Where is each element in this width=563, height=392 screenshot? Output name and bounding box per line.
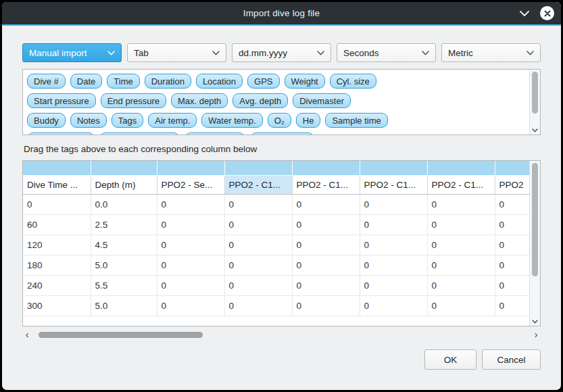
tag-sample-pressure[interactable]: Sample pressure: [99, 132, 179, 135]
tag-time[interactable]: Time: [107, 74, 139, 89]
ok-button[interactable]: OK: [424, 349, 476, 370]
tag-start-pressure[interactable]: Start pressure: [27, 93, 96, 108]
close-button[interactable]: [540, 6, 554, 20]
column-drop-target[interactable]: [157, 161, 224, 175]
field-separator-value: Tab: [134, 48, 149, 58]
table-hscrollbar[interactable]: ‹ ›: [22, 330, 541, 340]
tag-end-pressure[interactable]: End pressure: [101, 93, 166, 108]
table-cell: 300: [23, 295, 91, 316]
import-mode-select[interactable]: Manual import: [22, 43, 122, 62]
tag-sample-time[interactable]: Sample time: [325, 113, 387, 128]
cancel-button[interactable]: Cancel: [482, 349, 541, 370]
table-cell: 0: [23, 194, 91, 214]
column-header: PPO2 - C1...: [292, 175, 360, 194]
table-cell: 0: [360, 255, 427, 275]
import-dialog: Import dive log file Manual import Tab d…: [2, 2, 561, 390]
import-options-row: Manual import Tab dd.mm.yyyy Seconds Met…: [22, 43, 541, 62]
table-cell: 240: [23, 275, 91, 295]
table-cell: 0: [427, 235, 495, 255]
column-drop-target[interactable]: [224, 161, 292, 175]
hscroll-track[interactable]: [32, 330, 531, 340]
scroll-down-arrow-icon[interactable]: [530, 320, 540, 324]
tag-cyl-size[interactable]: Cyl. size: [330, 74, 376, 89]
table-cell: 0: [157, 295, 224, 316]
scrollbar-thumb[interactable]: [532, 163, 538, 276]
tag-he[interactable]: He: [296, 113, 321, 128]
duration-format-select[interactable]: Seconds: [337, 43, 436, 62]
tag-dive[interactable]: Dive #: [27, 74, 66, 89]
tag-o[interactable]: O₂: [268, 113, 291, 128]
tag-avg-depth[interactable]: Avg. depth: [232, 93, 288, 108]
table-cell: 0: [224, 255, 292, 275]
tag-divemaster[interactable]: Divemaster: [293, 93, 351, 108]
table-cell: 0: [292, 214, 360, 235]
chevron-down-icon: [317, 51, 324, 55]
scrollbar-thumb[interactable]: [532, 72, 538, 114]
tag-sample-depth[interactable]: Sample depth: [27, 132, 95, 135]
tag-buddy[interactable]: Buddy: [27, 113, 66, 128]
tag-tags[interactable]: Tags: [112, 113, 143, 128]
tag-air-temp[interactable]: Air temp.: [148, 113, 197, 128]
column-drop-target[interactable]: [360, 161, 427, 175]
table-vscrollbar[interactable]: [529, 161, 540, 326]
import-mode-value: Manual import: [29, 48, 87, 58]
table-cell: 0: [292, 235, 360, 255]
table-cell: 0: [157, 235, 224, 255]
scrollbar-thumb[interactable]: [39, 332, 203, 338]
duration-format-value: Seconds: [343, 48, 379, 58]
tag-date[interactable]: Date: [70, 74, 102, 89]
tag-sample-po[interactable]: Sample pO₂: [185, 132, 245, 135]
tag-location[interactable]: Location: [196, 74, 243, 89]
table-row: 2405.5000000: [23, 275, 530, 295]
table-cell: 0: [224, 295, 292, 316]
table-cell: 5.0: [91, 295, 157, 316]
column-drop-target[interactable]: [292, 161, 360, 175]
dialog-buttons: OK Cancel: [22, 349, 541, 370]
tag-row: BuddyNotesTagsAir temp.Water temp.O₂HeSa…: [27, 113, 527, 128]
tag-notes[interactable]: Notes: [70, 113, 107, 128]
titlebar: Import dive log file: [2, 2, 561, 24]
units-select[interactable]: Metric: [441, 43, 541, 62]
table-cell: 5.0: [91, 255, 157, 275]
table-cell: 0: [427, 295, 495, 316]
scroll-right-arrow-icon[interactable]: ›: [531, 330, 541, 340]
table-cell: 0: [224, 214, 292, 235]
scroll-left-arrow-icon[interactable]: ‹: [22, 330, 32, 340]
table-cell: 0: [495, 194, 530, 214]
date-format-select[interactable]: dd.mm.yyyy: [232, 43, 331, 62]
column-header: PPO2 - C1...: [224, 175, 292, 194]
chevron-down-icon: [212, 51, 220, 55]
column-header: PPO2 - Se...: [157, 175, 224, 194]
tag-row: Dive #DateTimeDurationLocationGPSWeightC…: [27, 74, 527, 89]
table-cell: 4.5: [91, 235, 157, 255]
column-header: PPO2: [495, 175, 530, 194]
chevron-down-icon: [107, 51, 115, 55]
table-cell: 0: [157, 275, 224, 295]
tag-weight[interactable]: Weight: [285, 74, 325, 89]
table-cell: 0: [360, 275, 427, 295]
chevron-down-icon: [422, 51, 429, 55]
tag-water-temp[interactable]: Water temp.: [201, 113, 262, 128]
close-icon: [544, 10, 551, 17]
column-drop-target[interactable]: [91, 161, 157, 175]
table-cell: 0: [157, 194, 224, 214]
column-header: PPO2 - C1...: [427, 175, 495, 194]
table-row: 1805.0000000: [23, 255, 530, 275]
column-drop-target[interactable]: [23, 161, 91, 175]
scroll-down-arrow-icon[interactable]: [530, 128, 540, 132]
column-header: Dive Time ...: [23, 175, 91, 194]
column-drop-target[interactable]: [495, 161, 530, 175]
table-cell: 0: [360, 214, 427, 235]
column-drop-target[interactable]: [427, 161, 495, 175]
tag-pool-scrollbar[interactable]: [529, 70, 540, 134]
field-separator-select[interactable]: Tab: [127, 43, 226, 62]
shade-button[interactable]: [518, 7, 531, 20]
column-header: PPO2 - C1...: [360, 175, 427, 194]
units-value: Metric: [448, 48, 473, 58]
tag-gps[interactable]: GPS: [247, 74, 279, 89]
tag-sample-cns[interactable]: Sample CNS: [250, 132, 314, 135]
tag-duration[interactable]: Duration: [145, 74, 191, 89]
table-cell: 0: [157, 255, 224, 275]
tag-row: Start pressureEnd pressureMax. depthAvg.…: [27, 93, 527, 108]
tag-max-depth[interactable]: Max. depth: [171, 93, 228, 108]
